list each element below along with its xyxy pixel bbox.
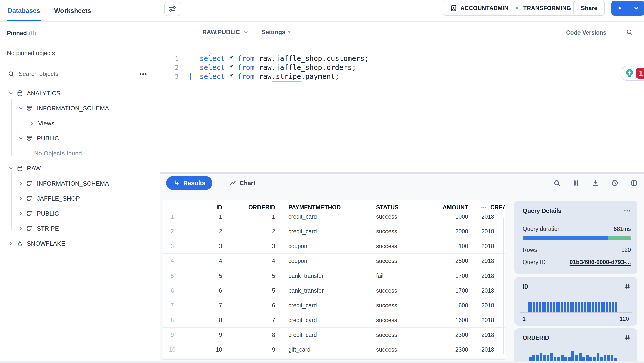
code-line[interactable]: 1select * from raw.jaffle_shop.customers… [160, 54, 644, 63]
cell-id: 4 [181, 254, 228, 268]
sidebar-item-public[interactable]: PUBLIC [0, 131, 160, 146]
sidebar-item-analytics[interactable]: ANALYTICS [0, 86, 160, 101]
lightbulb-icon [624, 68, 635, 78]
query-id-link[interactable]: 01b349f6-0000-d793-... [570, 259, 631, 266]
cell-paymentmethod: bank_transfer [281, 283, 369, 298]
number-column-icon[interactable] [624, 283, 631, 290]
editor-search-icon[interactable] [626, 28, 633, 36]
cell-orderid: 5 [228, 268, 281, 283]
query-details-menu-icon[interactable] [623, 207, 631, 215]
tree-item-label: INFORMATION_SCHEMA [37, 180, 109, 187]
history-clock-icon[interactable] [611, 179, 619, 187]
table-row[interactable]: 776credit_cardsuccess6002018 [163, 298, 505, 313]
split-panel-icon[interactable] [630, 179, 638, 187]
run-options-button[interactable] [628, 1, 644, 16]
table-row[interactable]: 111credit_cardsuccess10002018 [163, 215, 505, 224]
table-row[interactable]: 10109gift_cardsuccess23002018 [163, 342, 505, 357]
table-row[interactable]: 444couponsuccess25002018 [163, 254, 505, 268]
cell-paymentmethod: credit_card [281, 298, 369, 313]
vertical-scrollbar[interactable] [503, 218, 504, 354]
sidebar-item-views[interactable]: Views [0, 116, 160, 131]
column-header-rownum[interactable] [163, 200, 181, 215]
cell-id: 10 [181, 342, 228, 357]
code-line[interactable]: 3select * from raw.stripe.payment; [160, 72, 644, 81]
tab-worksheets[interactable]: Worksheets [54, 0, 91, 21]
download-icon[interactable] [592, 179, 599, 187]
cell-amount: 1600 [419, 313, 474, 327]
tab-databases[interactable]: Databases [8, 0, 40, 21]
chart-line-icon [229, 179, 236, 187]
cell-amount: 600 [419, 298, 474, 313]
cell-created: 2018 [474, 298, 505, 313]
table-row[interactable]: 998credit_cardsuccess23002018 [163, 328, 505, 342]
code-text: select * from raw.jaffle_shop.orders; [200, 63, 356, 72]
table-row[interactable]: 887credit_cardsuccess16002018 [163, 313, 505, 328]
id-histogram-panel: ID 1 120 [514, 277, 637, 326]
database-context-select[interactable]: RAW.PUBLIC [202, 29, 249, 36]
id-axis-min: 1 [523, 316, 526, 322]
sliders-icon [168, 5, 177, 13]
search-results-icon[interactable] [553, 179, 561, 187]
search-objects-input[interactable] [18, 67, 114, 81]
sidebar-item-jaffle-shop[interactable]: JAFFLE_SHOP [0, 191, 160, 206]
column-header-amount[interactable]: AMOUNT [419, 200, 474, 215]
cell-orderid: 9 [228, 342, 281, 357]
sidebar-item-stripe[interactable]: STRIPE [0, 221, 160, 236]
histogram-bar [528, 302, 530, 312]
sidebar-more-menu-icon[interactable] [139, 70, 148, 79]
sidebar-item-snowflake[interactable]: SNOWFLAKE [0, 236, 160, 251]
tab-chart[interactable]: Chart [229, 176, 255, 190]
tree-item-label: RAW [27, 165, 41, 172]
rows-label: Rows [523, 247, 537, 253]
column-header-id[interactable]: ID [181, 200, 228, 215]
histogram-bar [556, 302, 558, 312]
code-versions-link[interactable]: Code Versions [566, 29, 606, 36]
sidebar-divider [0, 62, 160, 62]
column-header-orderid[interactable]: ORDERID [228, 200, 281, 215]
cell-paymentmethod: credit_card [281, 328, 369, 342]
cell-paymentmethod: coupon [281, 239, 369, 253]
column-menu-icon[interactable] [480, 204, 487, 211]
copilot-suggestions-pill[interactable]: 1 [622, 66, 644, 81]
tab-results[interactable]: Results [166, 176, 212, 190]
histogram-bar [558, 302, 560, 312]
number-column-icon[interactable] [624, 334, 631, 341]
table-row[interactable]: 665bank_transfersuccess17002018 [163, 283, 505, 298]
run-button[interactable] [611, 1, 628, 16]
sidebar-item-no-objects-found[interactable]: No Objects found [0, 146, 160, 161]
table-row[interactable] [163, 357, 505, 358]
share-button[interactable]: Share [573, 1, 605, 16]
columns-icon[interactable] [572, 179, 580, 187]
code-line[interactable]: 2select * from raw.jaffle_shop.orders; [160, 63, 644, 72]
histogram-bar [539, 302, 541, 312]
warehouse-label: TRANSFORMING [523, 5, 571, 12]
table-body[interactable]: 111credit_cardsuccess10002018222credit_c… [163, 215, 505, 358]
column-header-status[interactable]: STATUS [369, 200, 419, 215]
worksheet-filters-button[interactable] [164, 2, 180, 16]
column-header-created[interactable]: CREATED [474, 200, 505, 215]
error-count-badge[interactable]: 1 [636, 68, 644, 79]
cell-status: success [369, 342, 419, 357]
column-header-paymentmethod[interactable]: PAYMENTMETHOD [281, 200, 369, 215]
cell-created: 2018 [474, 342, 505, 357]
table-row[interactable]: 222credit_cardsuccess20002018 [163, 224, 505, 239]
id-histogram [523, 296, 631, 313]
sidebar-item-raw[interactable]: RAW [0, 161, 160, 176]
schema-icon [26, 105, 33, 112]
sql-editor[interactable]: 1select * from raw.jaffle_shop.customers… [160, 43, 644, 172]
sidebar-item-public[interactable]: PUBLIC [0, 206, 160, 221]
column-header-label: AMOUNT [443, 204, 468, 211]
cell-created: 2018 [474, 328, 505, 342]
table-row[interactable]: 333couponsuccess1002018 [163, 239, 505, 254]
sidebar-item-information-schema[interactable]: INFORMATION_SCHEMA [0, 101, 160, 116]
tree-item-label: Views [38, 120, 54, 127]
column-header-label: ID [216, 204, 222, 211]
sidebar-item-information-schema[interactable]: INFORMATION_SCHEMA [0, 176, 160, 191]
horizontal-scrollbar[interactable] [163, 359, 505, 360]
caret-down-icon: ▾ [288, 30, 290, 34]
editor-header: RAW.PUBLIC Settings ▾ Code Versions [160, 22, 644, 43]
object-tree: ANALYTICSINFORMATION_SCHEMAViewsPUBLICNo… [0, 86, 160, 251]
session-context-button[interactable]: ACCOUNTADMIN TRANSFORMING [443, 1, 578, 16]
table-row[interactable]: 555bank_transferfail17002018 [163, 268, 505, 283]
settings-menu[interactable]: Settings ▾ [262, 29, 290, 36]
